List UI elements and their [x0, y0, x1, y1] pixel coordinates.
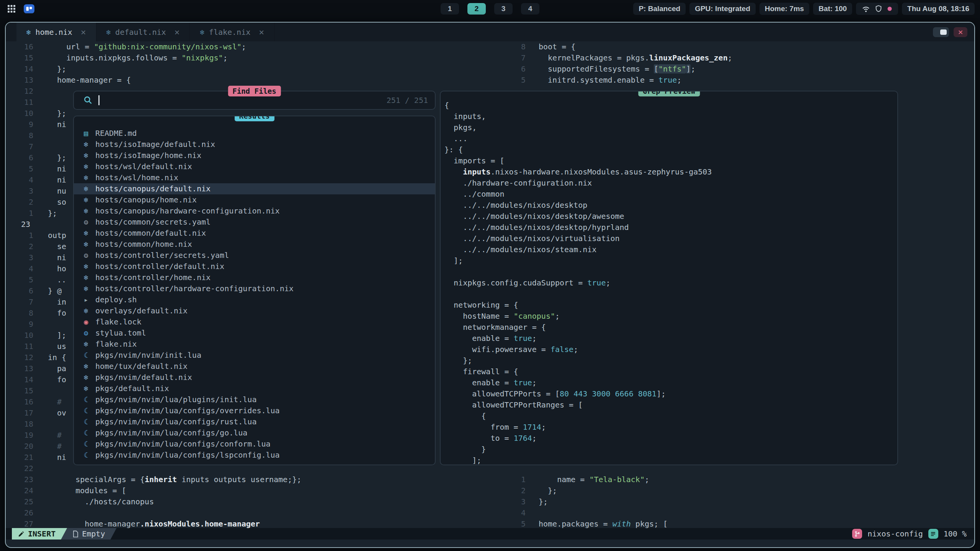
shield-icon[interactable]: [874, 5, 883, 13]
results-counter: 251 / 251: [387, 96, 428, 105]
code-line[interactable]: 26: [6, 507, 511, 518]
workspace-4[interactable]: 4: [521, 3, 539, 15]
result-row[interactable]: ▤README.md: [74, 128, 435, 139]
yaml-file-icon: ⚙: [84, 250, 95, 261]
tab-flake.nix[interactable]: ❄flake.nix×: [190, 23, 274, 41]
result-row[interactable]: ❄hosts/controller/hardware-configuration…: [74, 283, 435, 294]
code-line[interactable]: 16 url = "github:nix-community/nixos-wsl…: [6, 41, 511, 52]
workspace-1[interactable]: 1: [441, 3, 459, 15]
result-row[interactable]: ❄flake.nix: [74, 339, 435, 350]
home-latency-chip[interactable]: Home: 7ms: [760, 3, 809, 15]
result-row[interactable]: ◉flake.lock: [74, 316, 435, 328]
window-toggle-button[interactable]: [933, 27, 949, 37]
file-path: home/tux/default.nix: [95, 361, 188, 372]
code-line[interactable]: 25 ./hosts/canopus: [6, 496, 511, 507]
result-row[interactable]: ❄hosts/common/home.nix: [74, 239, 435, 250]
line-number: 8: [6, 130, 48, 141]
tab-default.nix[interactable]: ❄default.nix×: [96, 23, 190, 41]
result-row[interactable]: ❄hosts/canopus/hardware-configuration.ni…: [74, 205, 435, 217]
code-line[interactable]: 2 };: [511, 485, 974, 496]
code-line: imports = [: [444, 155, 897, 166]
result-row[interactable]: ☾pkgs/nvim/nvim/init.lua: [74, 350, 435, 361]
result-row[interactable]: ❄hosts/wsl/home.nix: [74, 172, 435, 183]
desktop: 1234 P: BalancedGPU: IntegratedHome: 7ms…: [0, 0, 980, 551]
result-row[interactable]: ❄hosts/controller/default.nix: [74, 261, 435, 272]
battery-chip[interactable]: Bat: 100: [813, 3, 852, 15]
workspace-3[interactable]: 3: [494, 3, 513, 15]
result-row[interactable]: ▸deploy.sh: [74, 294, 435, 305]
results-list: ▤README.md❄hosts/isoImage/default.nix❄ho…: [74, 128, 435, 461]
app-icon[interactable]: [23, 3, 35, 15]
code-line[interactable]: 14 };: [6, 64, 511, 75]
find-files-prompt[interactable]: Find Files 251 / 251: [73, 91, 436, 110]
code-line[interactable]: 15 inputs.nixpkgs.follows = "nixpkgs";: [6, 52, 511, 64]
workspace-2[interactable]: 2: [467, 3, 486, 15]
result-row[interactable]: ❄hosts/canopus/default.nix: [74, 183, 435, 194]
line-number: 11: [6, 341, 48, 352]
nix-file-icon: ❄: [84, 305, 95, 316]
tab-close-icon[interactable]: ×: [175, 27, 180, 37]
code-line[interactable]: 13 home-manager = {: [6, 75, 511, 86]
clock-chip[interactable]: Thu Aug 08, 18:16: [902, 3, 975, 15]
tab-close-icon[interactable]: ×: [81, 27, 86, 37]
code-line[interactable]: 3};: [511, 496, 974, 507]
result-row[interactable]: ☾pkgs/nvim/nvim/lua/configs/conform.lua: [74, 439, 435, 450]
result-row[interactable]: ⚙hosts/controller/secrets.yaml: [74, 250, 435, 261]
result-row[interactable]: ❄pkgs/nvim/default.nix: [74, 372, 435, 383]
file-path: hosts/common/home.nix: [95, 239, 192, 250]
code-line: ../../modules/nixos/steam.nix: [444, 244, 897, 255]
app-launcher-icon[interactable]: [5, 3, 18, 15]
preview-title: Grep Preview: [638, 91, 700, 96]
tab-home.nix[interactable]: ❄home.nix×: [16, 23, 96, 41]
result-row[interactable]: ☾pkgs/nvim/nvim/lua/configs/overrides.lu…: [74, 405, 435, 416]
code-line: ../../modules/nixos/desktop/hyprland: [444, 222, 897, 233]
file-path: pkgs/nvim/nvim/lua/plugins/init.lua: [95, 394, 256, 405]
result-row[interactable]: ❄hosts/isoImage/home.nix: [74, 150, 435, 161]
gpu-chip[interactable]: GPU: Integrated: [689, 3, 756, 15]
code-line[interactable]: 23 specialArgs = {inherit inputs outputs…: [6, 474, 511, 485]
power-profile-chip[interactable]: P: Balanced: [633, 3, 686, 15]
window-close-button[interactable]: ×: [954, 27, 967, 37]
result-row[interactable]: ☾pkgs/nvim/nvim/lua/plugins/init.lua: [74, 394, 435, 405]
code-line[interactable]: 24 modules = [: [6, 485, 511, 496]
code-line: ];: [444, 255, 897, 266]
result-row[interactable]: ☾pkgs/nvim/nvim/lua/configs/rust.lua: [74, 416, 435, 427]
wifi-icon[interactable]: [861, 4, 871, 13]
result-row[interactable]: ❄overlays/default.nix: [74, 305, 435, 316]
code-line[interactable]: 5 initrd.systemd.enable = true;: [511, 75, 974, 86]
topbar-left: [5, 3, 35, 15]
code-line: wifi.powersave = false;: [444, 344, 897, 355]
code-line[interactable]: 8boot = {: [511, 41, 974, 52]
yaml-file-icon: ⚙: [84, 217, 95, 228]
code-line[interactable]: 4: [511, 507, 974, 518]
result-row[interactable]: ⚙hosts/common/secrets.yaml: [74, 217, 435, 228]
status-dot-icon[interactable]: [887, 6, 893, 12]
tray-chip[interactable]: [856, 3, 898, 15]
line-number: 2: [6, 241, 48, 252]
tab-close-icon[interactable]: ×: [259, 27, 264, 37]
code-line[interactable]: 6 supportedFilesystems = ["ntfs"];: [511, 64, 974, 75]
code-line[interactable]: 1 name = "Tela-black";: [511, 474, 974, 485]
code-line[interactable]: 7 kernelPackages = pkgs.linuxPackages_ze…: [511, 52, 974, 64]
result-row[interactable]: ⚙stylua.toml: [74, 328, 435, 339]
result-row[interactable]: ❄hosts/canopus/home.nix: [74, 194, 435, 205]
result-row[interactable]: ❄hosts/controller/home.nix: [74, 272, 435, 283]
result-row[interactable]: ☾pkgs/nvim/nvim/lua/configs/lspconfig.lu…: [74, 450, 435, 461]
code-line: hostName = "canopus";: [444, 311, 897, 322]
result-row[interactable]: ❄hosts/wsl/default.nix: [74, 161, 435, 172]
git-branch-icon: [852, 529, 862, 539]
statusline: INSERT Empty n: [6, 528, 974, 540]
result-row[interactable]: ☾pkgs/nvim/nvim/lua/configs/go.lua: [74, 427, 435, 439]
mode-indicator: INSERT: [12, 528, 67, 540]
topbar: 1234 P: BalancedGPU: IntegratedHome: 7ms…: [0, 0, 980, 18]
code-line[interactable]: 5home.packages = with pkgs; [: [511, 518, 974, 528]
line-number: 3: [511, 496, 539, 507]
result-row[interactable]: ❄home/tux/default.nix: [74, 361, 435, 372]
code-line[interactable]: 27 home-manager.nixosModules.home-manage…: [6, 518, 511, 528]
result-row[interactable]: ❄pkgs/default.nix: [74, 383, 435, 394]
code-line: inputs.nixos-hardware.nixosModules.asus-…: [444, 166, 897, 178]
result-row[interactable]: ❄hosts/isoImage/default.nix: [74, 139, 435, 150]
result-row[interactable]: ❄hosts/common/default.nix: [74, 228, 435, 239]
file-path: flake.nix: [95, 339, 137, 350]
lua-file-icon: ☾: [84, 405, 95, 416]
